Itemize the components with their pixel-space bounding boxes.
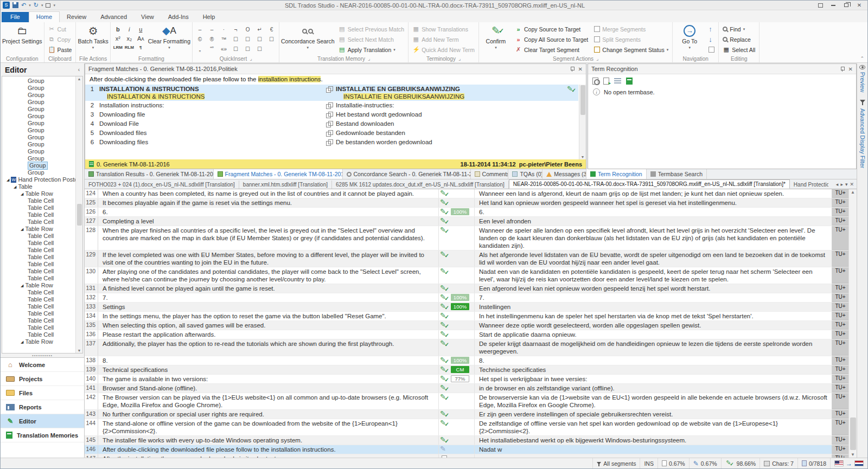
- fragment-match-row[interactable]: 5Downloaded filesGedownloade bestanden: [85, 129, 578, 138]
- quickinsert-symbol[interactable]: ☐: [254, 35, 265, 44]
- ribbon-tab-help[interactable]: Help: [196, 12, 222, 22]
- source-cell[interactable]: Technical specifications: [98, 365, 439, 374]
- tree-item[interactable]: ◢Table Row: [2, 226, 82, 233]
- tree-scrollbar[interactable]: ▲ ▼: [75, 76, 82, 353]
- app-icon[interactable]: S: [3, 2, 10, 9]
- source-cell[interactable]: Additionally, the player has the option …: [98, 339, 439, 356]
- target-cell[interactable]: 7.: [475, 293, 832, 302]
- source-cell[interactable]: Browser and Stand-alone (offline).: [98, 384, 439, 393]
- tree-item[interactable]: Group: [2, 169, 82, 176]
- target-cell[interactable]: Wanneer de speler alle landen op een spe…: [475, 226, 832, 250]
- target-cell[interactable]: Instellingen: [475, 303, 832, 311]
- scroll-tabs-left-icon[interactable]: ◂: [836, 182, 839, 187]
- quickinsert-symbol[interactable]: «»: [218, 44, 229, 54]
- target-cell[interactable]: Als het afgeronde level lidstaten van de…: [475, 250, 832, 267]
- close-document-icon[interactable]: ✕: [850, 182, 854, 187]
- formatting-toggle-6[interactable]: LRM: [112, 43, 124, 52]
- scroll-thumb[interactable]: [580, 85, 585, 115]
- source-cell[interactable]: When the player finishes all countries o…: [98, 226, 439, 250]
- panel-tab-warn[interactable]: Messages (3): [542, 169, 586, 179]
- tree-item[interactable]: Table Cell: [2, 233, 82, 240]
- save-icon[interactable]: [12, 2, 18, 8]
- confirm-button[interactable]: ✎ Confirm▾: [481, 23, 511, 55]
- sidebar-view-editor[interactable]: ✎Editor: [1, 414, 84, 428]
- ribbon-tab-home[interactable]: Home: [29, 11, 60, 22]
- show-translations-button[interactable]: ▦Show Translations: [410, 24, 477, 34]
- fragment-scrollbar[interactable]: ▼: [579, 85, 586, 159]
- scroll-down-icon[interactable]: ▼: [78, 349, 81, 352]
- select-next-match-button[interactable]: ▤Select Next Match: [336, 35, 406, 44]
- project-settings-button[interactable]: 🗀 Project Settings: [2, 23, 42, 55]
- quickinsert-symbol[interactable]: ®: [206, 35, 218, 44]
- target-cell[interactable]: Start de applicatie daarna opnieuw.: [475, 330, 832, 339]
- source-cell[interactable]: In the settings menu, the player has the…: [98, 312, 439, 320]
- target-cell[interactable]: Het installatiebestand werkt op elk bijg…: [475, 436, 832, 445]
- scroll-thumb[interactable]: [77, 204, 82, 226]
- formatting-toggle-2[interactable]: u: [135, 24, 146, 34]
- tree-item[interactable]: Table Cell: [2, 219, 82, 226]
- quickinsert-symbol[interactable]: ☐: [242, 44, 253, 54]
- scroll-up-icon[interactable]: ▲: [851, 190, 855, 195]
- tree-item[interactable]: ◢WHand Protection Postc: [2, 176, 82, 183]
- tree-item[interactable]: Group: [2, 85, 82, 92]
- tree-item[interactable]: ◢Table Row: [2, 190, 82, 197]
- quickinsert-symbol[interactable]: ¬: [230, 25, 241, 34]
- quickinsert-symbol[interactable]: –: [194, 25, 206, 34]
- segment-filter-status[interactable]: All segments: [592, 458, 640, 468]
- scroll-down-icon[interactable]: ▼: [581, 155, 585, 159]
- document-tab[interactable]: NEAR-2016-00085-00-01-00-NL-TRA-00.docx-…: [509, 179, 790, 189]
- target-cell[interactable]: De browserversie kan via de {1>website v…: [475, 393, 832, 409]
- target-cell[interactable]: Het land kan opnieuw worden gespeeld wan…: [475, 198, 832, 207]
- target-cell[interactable]: Wanneer een land is afgerond, kleurt de …: [475, 189, 832, 198]
- source-cell[interactable]: 8.: [98, 356, 439, 365]
- quickinsert-symbol[interactable]: ☐: [266, 35, 277, 44]
- fragment-match-row[interactable]: 2Installation instructions:Installatie-i…: [85, 101, 578, 110]
- tab-list-icon[interactable]: ▾: [845, 182, 848, 187]
- undo-dropdown-icon[interactable]: ▾: [29, 3, 31, 8]
- source-cell[interactable]: After double-clicking the downloaded fil…: [98, 445, 439, 454]
- target-cell[interactable]: in de browser en als zelfstandige varian…: [475, 384, 832, 393]
- source-cell[interactable]: The Browser version can be played via th…: [98, 393, 439, 409]
- source-cell[interactable]: 7.: [98, 293, 439, 302]
- formatting-toggle-7[interactable]: RLM: [124, 43, 135, 52]
- panel-tab-concord[interactable]: Concordance Search - 0. Generiek TM-08-1…: [343, 169, 471, 179]
- panel-tab-tresults[interactable]: Translation Results - 0. Generiek TM-08-…: [85, 169, 214, 179]
- cut-button[interactable]: ✂Cut: [46, 24, 74, 34]
- close-panel-icon[interactable]: ✕: [848, 66, 853, 72]
- insert-mode-status[interactable]: INS: [640, 458, 658, 468]
- quickinsert-symbol[interactable]: ☐: [254, 44, 265, 54]
- quickinsert-symbol[interactable]: ☐: [242, 35, 253, 44]
- tree-item[interactable]: Group: [2, 120, 82, 127]
- dialog-launcher-icon[interactable]: ⌟: [458, 56, 461, 61]
- target-cell[interactable]: 8.: [475, 356, 832, 365]
- termbase-settings-icon[interactable]: [626, 78, 633, 85]
- tree-item[interactable]: Table Cell: [2, 303, 82, 310]
- undo-icon[interactable]: ↶: [21, 2, 26, 8]
- go-to-button[interactable]: → Go To▾: [674, 23, 705, 55]
- close-button[interactable]: ✕: [853, 1, 865, 9]
- previous-segment-button[interactable]: ↑: [706, 24, 717, 34]
- tree-item[interactable]: Group: [2, 162, 82, 169]
- target-cell[interactable]: Technische specificaties: [475, 365, 832, 374]
- quickinsert-symbol[interactable]: ↵: [254, 25, 265, 34]
- source-cell[interactable]: The game is available in two versions:: [98, 375, 439, 383]
- collapse-ribbon-icon[interactable]: ⌃: [860, 56, 864, 61]
- target-cell[interactable]: Een afgerond level kan niet opnieuw word…: [475, 284, 832, 293]
- panel-tab-termsearch[interactable]: Termbase Search: [647, 169, 707, 179]
- tree-item[interactable]: Group: [2, 141, 82, 148]
- copy-source-to-target-button[interactable]: »Copy Source to Target: [513, 24, 590, 34]
- dialog-launcher-icon[interactable]: ⌟: [368, 56, 370, 61]
- paste-button[interactable]: 📋Paste: [46, 45, 74, 54]
- document-tab[interactable]: banner.xml.htm.sdlxliff [Translation]: [239, 181, 332, 189]
- select-all-button[interactable]: ▦Select All: [720, 45, 757, 54]
- preview-tab[interactable]: Preview: [859, 65, 866, 92]
- tree-item[interactable]: ◢Table Row: [2, 338, 82, 345]
- tree-item[interactable]: Group: [2, 148, 82, 155]
- sidebar-view-tm[interactable]: Translation Memories: [1, 428, 84, 442]
- tree-item[interactable]: Table Cell: [2, 261, 82, 268]
- target-cell[interactable]: Een level afronden: [475, 217, 832, 226]
- quickinsert-symbol[interactable]: ☐: [230, 35, 241, 44]
- tree-item[interactable]: Table Cell: [2, 331, 82, 338]
- fragment-match-row[interactable]: 6Downloading filesDe bestanden worden ge…: [85, 138, 578, 147]
- source-cell[interactable]: When selecting this option, all saved ga…: [98, 321, 439, 330]
